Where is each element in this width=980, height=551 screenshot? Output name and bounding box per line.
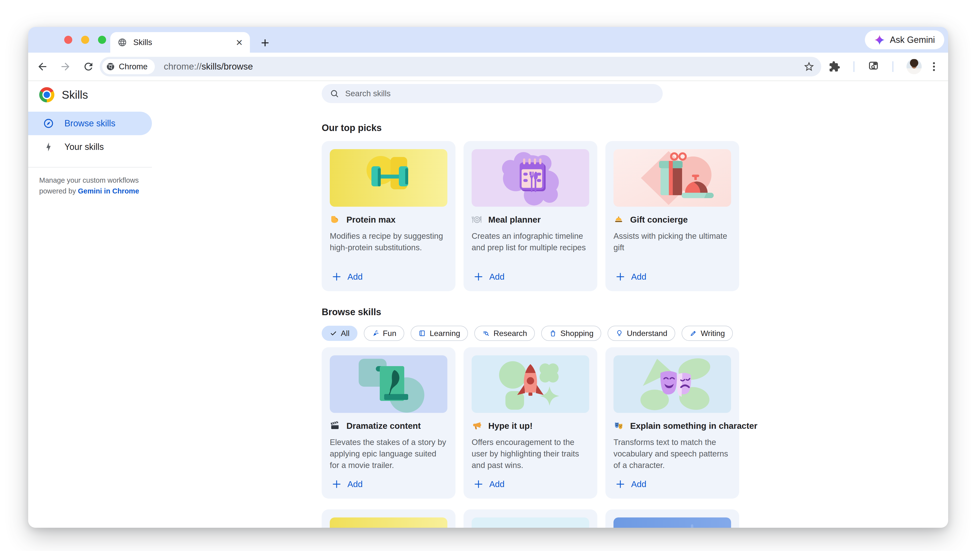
plus-icon — [616, 272, 625, 282]
browse-skills-row: Dramatize content Elevates the stakes of… — [322, 347, 739, 499]
tab-strip: Skills × + Ask Gemini — [28, 27, 948, 52]
masks-illustration — [614, 355, 731, 413]
skill-title: Gift concierge — [630, 215, 688, 225]
skill-card-hype-it-up[interactable]: Hype it up! Offers encouragement to the … — [463, 347, 597, 499]
blue-illustration — [614, 518, 731, 528]
plus-icon — [474, 479, 484, 489]
search-icon — [329, 89, 339, 98]
toolbar-divider — [892, 61, 893, 72]
gemini-sparkle-icon — [874, 35, 885, 45]
filter-chip-label: All — [341, 329, 350, 338]
filter-chip-research[interactable]: Research — [474, 326, 535, 341]
filter-chip-learning[interactable]: Learning — [410, 326, 468, 341]
skill-card-meal-planner[interactable]: Meal planner Creates an infographic time… — [463, 141, 597, 291]
filter-chip-label: Fun — [383, 329, 396, 338]
sidebar-footer-text: Manage your custom workflows — [39, 176, 139, 184]
menu-dots-icon[interactable] — [928, 61, 940, 73]
check-icon — [329, 329, 337, 337]
ask-gemini-label: Ask Gemini — [890, 35, 935, 45]
toolbar-actions — [829, 59, 940, 74]
rocket-illustration — [472, 355, 589, 413]
plus-icon — [332, 272, 342, 282]
skill-card-explain-in-character[interactable]: Explain something in character Transform… — [605, 347, 739, 499]
filter-chip-label: Writing — [701, 329, 725, 338]
extensions-icon[interactable] — [829, 61, 840, 73]
add-label: Add — [489, 272, 504, 282]
filter-chip-label: Shopping — [560, 329, 593, 338]
add-button[interactable]: Add — [614, 479, 731, 491]
lightbulb-icon — [616, 329, 623, 337]
plus-icon — [474, 272, 484, 282]
add-label: Add — [347, 479, 363, 489]
bolt-icon — [43, 141, 54, 152]
ask-gemini-button[interactable]: Ask Gemini — [865, 30, 944, 49]
filter-chip-writing[interactable]: Writing — [682, 326, 733, 341]
skill-title: Protein max — [347, 215, 395, 225]
skill-card-gift-concierge[interactable]: Gift concierge Assists with picking the … — [605, 141, 739, 291]
skill-card-partial[interactable] — [463, 510, 597, 528]
filter-chip-understand[interactable]: Understand — [608, 326, 675, 341]
add-button[interactable]: Add — [330, 479, 447, 491]
skill-title: Meal planner — [488, 215, 541, 225]
skill-card-dramatize-content[interactable]: Dramatize content Elevates the stakes of… — [322, 347, 455, 499]
close-window-button[interactable] — [64, 36, 72, 44]
skill-card-partial[interactable] — [322, 510, 455, 528]
app-header: Skills — [39, 87, 322, 102]
add-button[interactable]: Add — [472, 479, 589, 491]
chrome-logo-icon — [39, 87, 54, 102]
page-title: Skills — [62, 88, 88, 102]
filter-chips: All Fun Learning — [322, 326, 739, 341]
skill-card-protein-max[interactable]: Protein max Modifies a recipe by suggest… — [322, 141, 455, 291]
search-bar[interactable] — [322, 84, 663, 103]
filter-chip-label: Research — [493, 329, 527, 338]
pen-icon — [689, 329, 697, 337]
skill-card-partial[interactable] — [605, 510, 739, 528]
service-bell-icon — [614, 214, 624, 225]
filter-chip-label: Understand — [627, 329, 667, 338]
main-panel: Our top picks — [322, 81, 739, 527]
skill-title: Explain something in character — [630, 421, 757, 431]
url-text: chrome://skills/browse — [164, 62, 253, 72]
tab-search-icon[interactable] — [867, 61, 879, 73]
tab-skills[interactable]: Skills × — [110, 32, 250, 52]
skill-description: Modifies a recipe by suggesting high-pro… — [330, 230, 447, 253]
profile-avatar[interactable] — [907, 59, 922, 74]
skill-description: Elevates the stakes of a story by applyi… — [330, 437, 447, 471]
gemini-in-chrome-link[interactable]: Gemini in Chrome — [78, 187, 139, 195]
maximize-window-button[interactable] — [98, 36, 106, 44]
chrome-mono-icon — [106, 62, 115, 71]
reload-icon[interactable] — [83, 61, 94, 73]
filter-chip-shopping[interactable]: Shopping — [541, 326, 601, 341]
meal-calendar-illustration — [472, 149, 589, 207]
sidebar-footer: Manage your custom workflows powered by … — [39, 175, 322, 196]
dumbbell-illustration — [330, 149, 447, 207]
sidebar-item-your-skills[interactable]: Your skills — [28, 135, 152, 159]
add-label: Add — [347, 272, 363, 282]
add-button[interactable]: Add — [330, 272, 447, 283]
scroll-quill-illustration — [330, 355, 447, 413]
add-button[interactable]: Add — [472, 272, 589, 283]
add-button[interactable]: Add — [614, 272, 731, 283]
skill-description: Assists with picking the ultimate gift — [614, 230, 731, 253]
close-tab-icon[interactable]: × — [236, 37, 243, 48]
new-tab-button[interactable]: + — [256, 33, 274, 51]
gift-bell-illustration — [614, 149, 731, 207]
window-controls — [64, 36, 106, 44]
sidebar-item-browse-skills[interactable]: Browse skills — [28, 112, 152, 135]
skill-description: Offers encouragement to the user by high… — [472, 437, 589, 471]
bookmark-star-icon[interactable] — [803, 61, 815, 73]
globe-icon — [118, 38, 127, 47]
clapperboard-icon — [330, 421, 340, 431]
site-chip[interactable]: Chrome — [102, 59, 155, 74]
back-icon[interactable] — [37, 61, 48, 73]
tab-title: Skills — [133, 38, 152, 47]
minimize-window-button[interactable] — [81, 36, 89, 44]
filter-chip-fun[interactable]: Fun — [364, 326, 404, 341]
book-icon — [418, 329, 426, 337]
filter-chip-all[interactable]: All — [322, 326, 358, 341]
search-input[interactable] — [345, 89, 659, 98]
forward-icon[interactable] — [59, 61, 71, 73]
address-bar[interactable]: Chrome chrome://skills/browse — [100, 57, 821, 76]
filter-chip-label: Learning — [430, 329, 460, 338]
megaphone-icon — [472, 421, 482, 431]
